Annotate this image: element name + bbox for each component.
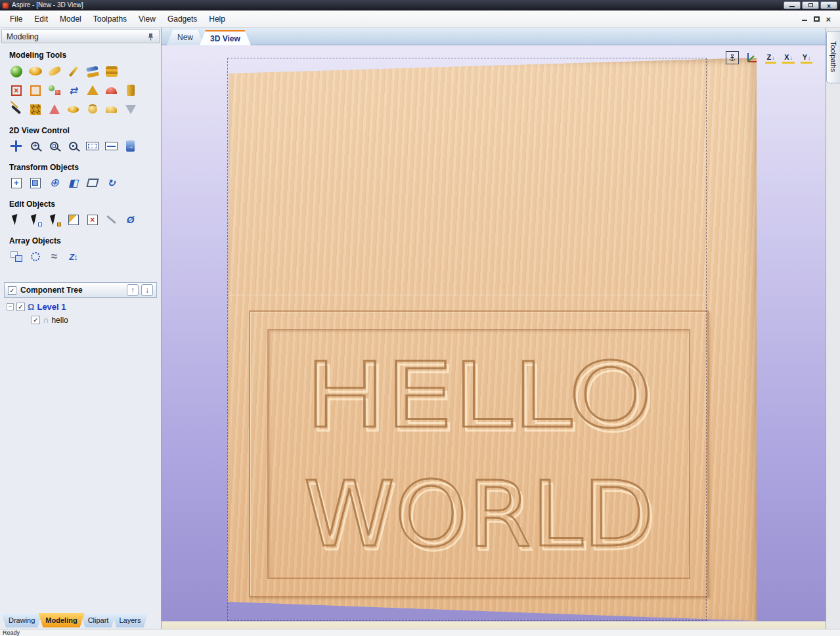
nesting-icon[interactable] (65, 248, 81, 265)
anchor-view-icon[interactable] (726, 51, 739, 64)
minimize-button[interactable] (784, 1, 801, 9)
set-position-icon[interactable] (46, 175, 62, 191)
tab-3d-view[interactable]: 3D View (200, 30, 251, 45)
dome-gold-icon[interactable] (65, 101, 81, 117)
section-array-objects: Array Objects (9, 236, 61, 245)
wood-model: HELLO HELLO WORLD WORLD (227, 58, 757, 621)
clear-section-icon[interactable] (46, 82, 62, 98)
measure-tool-icon[interactable] (103, 211, 120, 228)
texture-model-icon[interactable] (27, 101, 43, 117)
app-window: Aspire - [New - 3D View] File Edit Model… (0, 0, 840, 636)
mdi-close-button[interactable] (826, 13, 831, 25)
component-tree-title: Component Tree (20, 286, 83, 295)
minimize-icon (789, 3, 795, 8)
tab-layers[interactable]: Layers (112, 613, 148, 627)
move-level-up-button[interactable] (127, 284, 139, 296)
maximize-button[interactable] (802, 1, 819, 9)
component-tree-checkbox[interactable] (8, 286, 16, 295)
tab-toolpaths[interactable]: Toolpaths (826, 31, 840, 83)
zoom-selected-icon[interactable] (84, 138, 100, 154)
zoom-drawing-icon[interactable] (103, 138, 120, 154)
view-controls: Z X Y (726, 51, 812, 65)
window-controls (784, 1, 837, 9)
offset-model-icon[interactable] (65, 82, 81, 98)
zoom-extents-icon[interactable] (65, 138, 81, 154)
edit-objects-row (8, 211, 139, 228)
tool-options-icon[interactable] (8, 101, 24, 117)
hello-checkbox[interactable] (32, 316, 40, 324)
3d-viewport[interactable]: HELLO HELLO WORLD WORLD (162, 45, 826, 629)
toggle-view-icon[interactable] (122, 138, 139, 154)
create-shape-icon[interactable] (8, 63, 24, 79)
main-area: New 3D View HELLO HELLO WORLD WORLD (162, 28, 826, 629)
component-icon (43, 315, 49, 325)
spin-tool-icon[interactable] (122, 101, 139, 117)
tree-label-hello[interactable]: hello (51, 316, 68, 325)
offset-vectors-icon[interactable] (122, 211, 139, 228)
tab-clipart[interactable]: Clipart (81, 613, 116, 627)
collapse-icon[interactable] (7, 303, 14, 310)
plaque-outer-frame: HELLO HELLO WORLD WORLD (249, 310, 709, 597)
mdi-window-controls (802, 13, 836, 25)
level1-checkbox[interactable] (16, 303, 25, 311)
mdi-restore-button[interactable] (814, 16, 820, 22)
zoom-interactive-icon[interactable] (27, 138, 43, 154)
look-down-x-button[interactable]: X (782, 53, 794, 64)
set-size-icon[interactable] (27, 175, 43, 191)
move-object-icon[interactable] (8, 175, 24, 191)
close-icon (827, 0, 831, 11)
tab-modeling[interactable]: Modeling (38, 613, 84, 627)
pan-view-icon[interactable] (8, 138, 24, 154)
fabric-texture-icon[interactable] (103, 63, 120, 79)
tree-label-level1[interactable]: Level 1 (37, 302, 66, 312)
cone-pink-icon[interactable] (46, 101, 62, 117)
clear-model-icon[interactable] (8, 82, 24, 98)
tab-drawing[interactable]: Drawing (1, 613, 42, 627)
rotate-object-icon[interactable] (103, 175, 120, 191)
mound-tool-icon[interactable] (103, 101, 120, 117)
transform-edit-icon[interactable] (46, 211, 62, 228)
titlebar: Aspire - [New - 3D View] (0, 0, 840, 11)
extrude-weave-icon[interactable] (84, 63, 100, 79)
fillet-tool-icon[interactable] (65, 211, 81, 228)
emboss-cone-icon[interactable] (84, 82, 100, 98)
trim-tool-icon[interactable] (84, 211, 100, 228)
turn-pot-icon[interactable] (84, 101, 100, 117)
menu-toolpaths[interactable]: Toolpaths (87, 12, 133, 26)
circular-array-icon[interactable] (27, 248, 43, 265)
menu-help[interactable]: Help (203, 12, 231, 26)
select-tool-icon[interactable] (8, 211, 24, 228)
dome-red-icon[interactable] (103, 82, 120, 98)
grid-array-icon[interactable] (8, 248, 24, 265)
panel-title: Modeling (7, 32, 39, 41)
menu-model[interactable]: Model (54, 12, 87, 26)
mirror-object-icon[interactable] (65, 175, 81, 191)
create-texture-area-icon[interactable] (27, 82, 43, 98)
menu-edit[interactable]: Edit (28, 12, 54, 26)
modeling-tools-row-1 (8, 63, 120, 79)
mdi-minimize-button[interactable] (802, 16, 808, 22)
tab-new[interactable]: New (167, 30, 204, 45)
maximize-icon (808, 3, 813, 7)
look-down-z-button[interactable]: Z (765, 53, 777, 64)
distort-object-icon[interactable] (84, 175, 100, 191)
toolpaths-strip: Toolpaths (826, 28, 840, 629)
modeling-tools-row-3 (8, 101, 139, 117)
smooth-dome-icon[interactable] (27, 63, 43, 79)
pin-icon[interactable] (147, 33, 154, 41)
menu-view[interactable]: View (133, 12, 162, 26)
modeling-panel: Modeling Modeling Tools (0, 28, 162, 629)
two-rail-sweep-icon[interactable] (46, 63, 62, 79)
node-edit-icon[interactable] (27, 211, 43, 228)
close-button[interactable] (820, 1, 837, 9)
move-level-down-button[interactable] (141, 284, 153, 296)
look-down-y-button[interactable]: Y (801, 53, 812, 64)
menu-file[interactable]: File (4, 12, 28, 26)
zoom-box-icon[interactable] (46, 138, 62, 154)
copy-along-curve-icon[interactable] (46, 248, 62, 265)
slice-model-icon[interactable] (122, 82, 139, 98)
isometric-view-icon[interactable] (745, 51, 759, 65)
menu-gadgets[interactable]: Gadgets (162, 12, 203, 26)
sculpt-tool-icon[interactable] (65, 63, 81, 79)
status-text: Ready (3, 629, 20, 636)
